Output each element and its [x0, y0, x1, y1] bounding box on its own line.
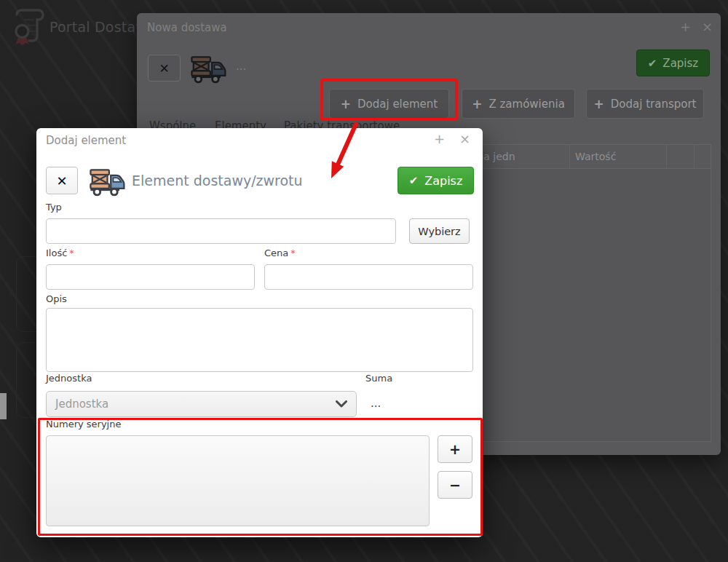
certificate-logo-icon [9, 7, 47, 47]
check-icon: ✔ [648, 57, 657, 70]
required-asterisk: * [69, 248, 74, 258]
typ-input[interactable] [46, 218, 396, 244]
plus-icon: + [341, 97, 351, 111]
wybierz-button[interactable]: Wybierz [409, 218, 470, 244]
window-close-icon[interactable]: × [459, 132, 470, 146]
chevron-down-icon [336, 400, 347, 408]
app-brand: Portal Dostaw [50, 19, 147, 35]
dialog-dodaj-element: Dodaj element + × ✕ Element dostawy/zwro… [36, 128, 483, 537]
delivery-truck-icon [191, 52, 226, 84]
window-title: Nowa dostawa [147, 21, 227, 34]
suma-value: ... [371, 397, 381, 410]
plus-icon: + [594, 97, 604, 111]
dialog-title: Dodaj element [46, 134, 126, 147]
jednostka-select[interactable]: Jednostka [46, 391, 357, 417]
minus-icon: − [449, 477, 461, 493]
serial-remove-button[interactable]: − [438, 471, 472, 499]
ilosc-label: Ilość* [46, 248, 74, 258]
required-asterisk: * [290, 248, 296, 258]
serial-numbers-listbox[interactable] [46, 435, 430, 526]
delivery-truck-icon [90, 164, 125, 198]
numery-seryjne-label: Numery seryjne [46, 419, 121, 430]
left-edge-panel-fragment [0, 393, 7, 419]
select-placeholder: Jednostka [55, 397, 336, 411]
close-button[interactable]: ✕ [46, 167, 78, 194]
cena-input[interactable] [264, 264, 473, 290]
plus-icon: + [472, 97, 482, 111]
add-transport-button[interactable]: + Dodaj transport [586, 89, 704, 119]
dialog-header-title: Element dostawy/zwrotu [132, 173, 303, 189]
add-element-button[interactable]: + Dodaj element [329, 89, 449, 119]
close-x-icon: ✕ [56, 173, 67, 189]
close-x-icon: ✕ [159, 61, 169, 76]
window-close-icon[interactable]: × [702, 20, 713, 33]
jednostka-label: Jednostka [46, 373, 92, 384]
window-add-icon[interactable]: + [434, 132, 445, 146]
ilosc-input[interactable] [46, 264, 255, 290]
plus-icon: + [449, 441, 461, 457]
close-button[interactable]: ✕ [148, 55, 181, 82]
column-header-wartosc: Wartość [575, 151, 616, 162]
ellipsis-text: ... [236, 60, 246, 73]
cena-label: Cena* [264, 248, 296, 258]
suma-label: Suma [365, 373, 392, 384]
serial-add-button[interactable]: + [438, 435, 472, 463]
save-button[interactable]: ✔ Zapisz [397, 167, 474, 194]
opis-textarea[interactable] [46, 308, 473, 372]
check-icon: ✔ [409, 174, 419, 187]
opis-label: Opis [46, 293, 67, 304]
window-add-icon[interactable]: + [680, 20, 691, 33]
from-order-button[interactable]: + Z zamówienia [462, 89, 575, 119]
save-button[interactable]: ✔ Zapisz [636, 50, 710, 76]
typ-label: Typ [46, 202, 62, 213]
